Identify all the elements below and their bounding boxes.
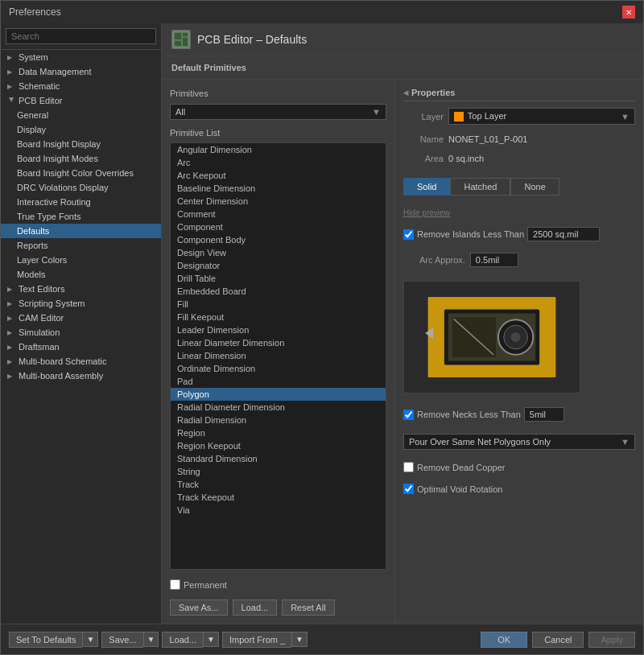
list-item[interactable]: Radial Dimension <box>171 414 386 426</box>
remove-necks-checkbox[interactable] <box>403 410 414 420</box>
list-item[interactable]: String <box>171 465 386 478</box>
save-arrow[interactable]: ▼ <box>143 632 159 647</box>
solid-button[interactable]: Solid <box>403 178 450 196</box>
dialog-title: Preferences <box>9 6 61 18</box>
sidebar-item-board-insight-modes[interactable]: Board Insight Modes <box>1 151 161 166</box>
list-item[interactable]: Drill Table <box>171 272 386 285</box>
list-item[interactable]: Radial Diameter Dimension <box>171 401 386 414</box>
permanent-checkbox[interactable] <box>170 579 180 590</box>
layer-row: Layer Top Layer ▼ <box>403 108 635 125</box>
sidebar-item-models[interactable]: Models <box>1 267 161 282</box>
arrow-icon: ▶ <box>7 344 15 351</box>
sidebar-item-interactive-routing[interactable]: Interactive Routing <box>1 195 161 209</box>
list-item[interactable]: Embedded Board <box>171 285 386 298</box>
layer-color-indicator <box>454 112 464 122</box>
sidebar-item-simulation[interactable]: ▶ Simulation <box>1 325 161 340</box>
list-item[interactable]: Leader Dimension <box>171 323 386 336</box>
list-item[interactable]: Linear Dimension <box>171 349 386 362</box>
sidebar-item-multi-board-assembly[interactable]: ▶ Multi-board Assembly <box>1 369 161 383</box>
load-button[interactable]: Load... <box>162 632 203 648</box>
list-item[interactable]: Fill <box>171 298 386 311</box>
sidebar-item-draftsman[interactable]: ▶ Draftsman <box>1 340 161 354</box>
sidebar-item-reports[interactable]: Reports <box>1 238 161 253</box>
cancel-button[interactable]: Cancel <box>532 632 584 648</box>
set-to-defaults-button[interactable]: Set To Defaults <box>9 632 82 648</box>
remove-islands-checkbox[interactable] <box>403 229 414 240</box>
svg-rect-22 <box>512 373 517 377</box>
layer-dropdown[interactable]: Top Layer ▼ <box>448 108 635 125</box>
list-item[interactable]: Linear Diameter Dimension <box>171 336 386 349</box>
sidebar-item-true-type-fonts[interactable]: True Type Fonts <box>1 209 161 224</box>
load-button[interactable]: Load... <box>233 599 278 616</box>
list-item[interactable]: Polygon <box>171 388 386 401</box>
sidebar-item-multi-board-schematic[interactable]: ▶ Multi-board Schematic <box>1 354 161 369</box>
sidebar-item-board-insight-color[interactable]: Board Insight Color Overrides <box>1 166 161 180</box>
list-item[interactable]: Center Dimension <box>171 195 386 208</box>
sidebar-item-layer-colors[interactable]: Layer Colors <box>1 253 161 267</box>
remove-necks-label: Remove Necks Less Than <box>417 410 521 419</box>
list-item[interactable]: Region <box>171 426 386 439</box>
list-item[interactable]: Standard Dimension <box>171 452 386 465</box>
list-item[interactable]: Angular Dimension <box>171 143 386 156</box>
import-from-arrow[interactable]: ▼ <box>291 632 308 647</box>
hide-preview[interactable]: Hide preview <box>403 207 635 218</box>
optimal-void-checkbox[interactable] <box>403 484 414 494</box>
load-arrow[interactable]: ▼ <box>203 632 219 647</box>
sidebar-item-scripting-system[interactable]: ▶ Scripting System <box>1 296 161 311</box>
sidebar: ▶ System ▶ Data Management ▶ Schematic ▶… <box>1 23 162 624</box>
apply-button[interactable]: Apply <box>588 632 635 648</box>
search-input[interactable] <box>6 28 156 44</box>
sidebar-item-text-editors[interactable]: ▶ Text Editors <box>1 282 161 296</box>
list-item[interactable]: Ordinate Dimension <box>171 362 386 375</box>
sidebar-item-general[interactable]: General <box>1 108 161 122</box>
bottom-left-buttons: Set To Defaults ▼ Save... ▼ Load... ▼ Im… <box>9 632 308 648</box>
sidebar-item-board-insight-display[interactable]: Board Insight Display <box>1 137 161 151</box>
svg-rect-18 <box>480 373 485 377</box>
list-item[interactable]: Baseline Dimension <box>171 182 386 195</box>
save-as-button[interactable]: Save As... <box>170 599 228 616</box>
arc-approx-input[interactable] <box>470 253 518 267</box>
sidebar-item-label: CAM Editor <box>19 313 64 323</box>
preferences-dialog: Preferences ✕ ▶ System ▶ Data Management… <box>0 0 644 655</box>
list-item[interactable]: Design View <box>171 246 386 259</box>
sidebar-item-defaults[interactable]: Defaults <box>1 224 161 238</box>
hide-preview-label[interactable]: Hide preview <box>403 208 450 217</box>
sidebar-item-drc-violations[interactable]: DRC Violations Display <box>1 180 161 195</box>
svg-rect-20 <box>496 373 501 377</box>
list-item[interactable]: Region Keepout <box>171 439 386 452</box>
reset-all-button[interactable]: Reset All <box>282 599 334 616</box>
remove-islands-input[interactable] <box>527 227 600 241</box>
list-item[interactable]: Track <box>171 478 386 491</box>
ok-button[interactable]: OK <box>481 632 527 648</box>
close-button[interactable]: ✕ <box>622 6 635 19</box>
list-item[interactable]: Via <box>171 504 386 517</box>
sidebar-item-display[interactable]: Display <box>1 122 161 137</box>
svg-rect-25 <box>535 373 540 377</box>
sidebar-item-system[interactable]: ▶ System <box>1 50 161 64</box>
pour-over-dropdown[interactable]: Pour Over Same Net Polygons Only ▼ <box>403 434 635 450</box>
sidebar-item-data-management[interactable]: ▶ Data Management <box>1 64 161 79</box>
list-item[interactable]: Designator <box>171 259 386 272</box>
sidebar-item-cam-editor[interactable]: ▶ CAM Editor <box>1 311 161 325</box>
permanent-label: Permanent <box>184 580 227 590</box>
hatched-button[interactable]: Hatched <box>450 178 510 196</box>
permanent-checkbox-row[interactable]: Permanent <box>170 579 227 590</box>
svg-point-11 <box>511 332 521 342</box>
none-button[interactable]: None <box>510 178 559 196</box>
import-from-button[interactable]: Import From _ <box>222 632 291 648</box>
sidebar-item-pcb-editor[interactable]: ▶ PCB Editor <box>1 93 161 108</box>
sidebar-item-schematic[interactable]: ▶ Schematic <box>1 79 161 93</box>
save-button[interactable]: Save... <box>101 632 142 648</box>
list-item[interactable]: Track Keepout <box>171 491 386 504</box>
list-item[interactable]: Arc Keepout <box>171 169 386 182</box>
remove-dead-copper-checkbox[interactable] <box>403 462 414 472</box>
set-to-defaults-arrow[interactable]: ▼ <box>82 632 98 647</box>
primitives-filter-dropdown[interactable]: All ▼ <box>170 104 386 120</box>
list-item[interactable]: Component Body <box>171 233 386 246</box>
list-item[interactable]: Component <box>171 220 386 233</box>
list-item[interactable]: Comment <box>171 208 386 220</box>
list-item[interactable]: Arc <box>171 156 386 169</box>
list-item[interactable]: Fill Keepout <box>171 311 386 323</box>
remove-necks-input[interactable] <box>524 407 564 422</box>
list-item[interactable]: Pad <box>171 375 386 388</box>
